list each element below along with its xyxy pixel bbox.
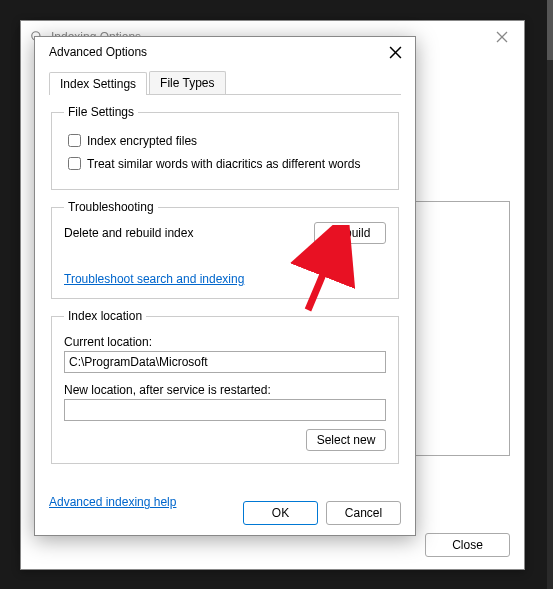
troubleshoot-link[interactable]: Troubleshoot search and indexing — [64, 272, 244, 286]
rebuild-button[interactable]: Rebuild — [314, 222, 386, 244]
file-settings-legend: File Settings — [64, 105, 138, 119]
diacritics-checkbox[interactable] — [68, 157, 81, 170]
current-location-label: Current location: — [64, 335, 386, 349]
new-location-label: New location, after service is restarted… — [64, 383, 386, 397]
scrollbar-thumb[interactable] — [547, 0, 553, 60]
advanced-help-link[interactable]: Advanced indexing help — [49, 495, 176, 509]
dialog-title: Advanced Options — [49, 45, 147, 59]
tab-strip: Index Settings File Types — [49, 71, 401, 95]
index-encrypted-label: Index encrypted files — [87, 134, 197, 148]
index-encrypted-checkbox[interactable] — [68, 134, 81, 147]
current-location-input[interactable] — [64, 351, 386, 373]
bg-close-button[interactable] — [479, 21, 524, 53]
rebuild-row: Delete and rebuild index Rebuild — [64, 222, 386, 244]
dialog-body: Index Settings File Types File Settings … — [35, 67, 415, 484]
dialog-header: Advanced Options — [35, 37, 415, 67]
select-new-row: Select new — [64, 429, 386, 451]
troubleshooting-group: Troubleshooting Delete and rebuild index… — [51, 200, 399, 299]
diacritics-row[interactable]: Treat similar words with diacritics as d… — [64, 154, 386, 173]
new-location-input[interactable] — [64, 399, 386, 421]
select-new-button[interactable]: Select new — [306, 429, 386, 451]
diacritics-label: Treat similar words with diacritics as d… — [87, 157, 360, 171]
index-encrypted-row[interactable]: Index encrypted files — [64, 131, 386, 150]
tab-index-settings[interactable]: Index Settings — [49, 72, 147, 95]
file-settings-group: File Settings Index encrypted files Trea… — [51, 105, 399, 190]
bg-close-btn[interactable]: Close — [425, 533, 510, 557]
troubleshooting-legend: Troubleshooting — [64, 200, 158, 214]
ok-button[interactable]: OK — [243, 501, 318, 525]
bg-footer: Close — [425, 533, 510, 557]
delete-rebuild-label: Delete and rebuild index — [64, 226, 193, 240]
cancel-button[interactable]: Cancel — [326, 501, 401, 525]
page-scrollbar[interactable] — [547, 0, 553, 589]
index-location-group: Index location Current location: New loc… — [51, 309, 399, 464]
dialog-footer: OK Cancel — [243, 501, 401, 525]
close-button[interactable] — [385, 42, 405, 62]
index-location-legend: Index location — [64, 309, 146, 323]
tab-file-types[interactable]: File Types — [149, 71, 225, 94]
advanced-options-dialog: Advanced Options Index Settings File Typ… — [34, 36, 416, 536]
